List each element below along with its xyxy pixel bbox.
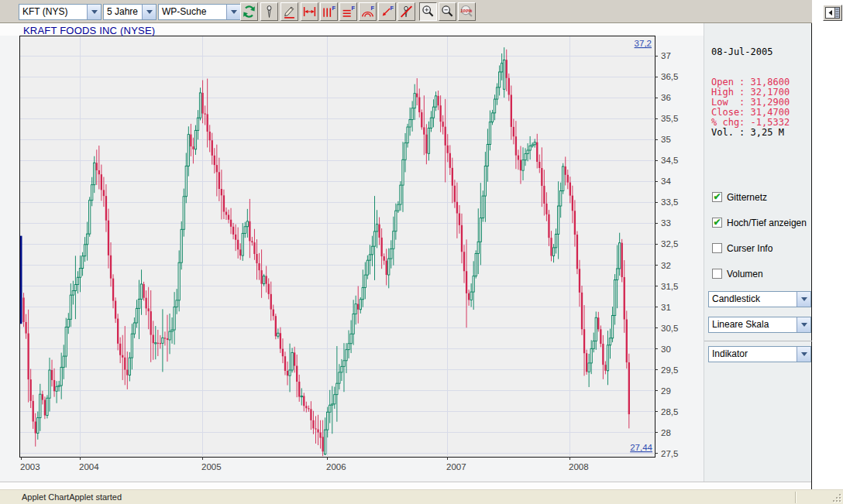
pin-marker-icon <box>261 3 277 20</box>
indicator-value: Indikator <box>709 347 797 362</box>
svg-text:29,5: 29,5 <box>661 365 678 375</box>
toolbar: KFT (NYS) 5 Jahre WP-Suche FFFF100% <box>0 0 812 23</box>
chevron-down-icon[interactable] <box>797 347 810 362</box>
svg-text:36,5: 36,5 <box>661 72 678 81</box>
fibonacci-fan-button[interactable]: F <box>378 2 396 21</box>
svg-text:2004: 2004 <box>79 462 99 471</box>
refresh-icon <box>241 3 257 20</box>
zoom-100-button[interactable]: 100% <box>458 2 476 21</box>
svg-text:100%: 100% <box>460 9 473 13</box>
pin-marker-button[interactable] <box>260 2 278 21</box>
quote-row: Vol. : 3,25 M <box>711 128 790 138</box>
chevron-down-icon[interactable] <box>142 5 156 19</box>
panel-divider <box>704 341 812 341</box>
checkbox-label-curser-info: Curser Info <box>727 243 772 254</box>
draw-pencil-button[interactable] <box>280 2 298 21</box>
fibonacci-time-zones-button[interactable]: F <box>320 2 338 21</box>
delete-drawings-icon <box>398 3 415 20</box>
svg-text:F: F <box>332 5 336 12</box>
scale-value: Lineare Skala <box>709 317 797 332</box>
zoom-out-button[interactable] <box>439 2 456 21</box>
svg-text:32: 32 <box>661 261 671 270</box>
svg-text:27,5: 27,5 <box>661 449 678 458</box>
measure-button[interactable] <box>301 2 318 21</box>
chevron-down-icon[interactable] <box>797 292 810 307</box>
svg-text:F: F <box>371 5 375 12</box>
svg-text:2008: 2008 <box>569 462 589 471</box>
zoom-out-icon <box>439 3 456 20</box>
fibonacci-time-zones-icon: F <box>321 3 337 20</box>
checkbox-volumen[interactable] <box>712 269 722 279</box>
svg-text:2003: 2003 <box>20 462 40 471</box>
applet-content: KRAFT FOODS INC (NYSE) 27,52828,52929,53… <box>0 23 812 489</box>
options-panel: 08-Jul-2005 Open : 31,8600High : 32,1700… <box>704 23 811 482</box>
indicator-select[interactable]: Indikator <box>708 346 811 362</box>
refresh-button[interactable] <box>240 2 258 21</box>
symbol-select-value: KFT (NYS) <box>19 5 87 19</box>
svg-text:34,5: 34,5 <box>661 156 678 165</box>
fibonacci-arcs-button[interactable]: F <box>359 2 377 21</box>
chart-region: KRAFT FOODS INC (NYSE) 27,52828,52929,53… <box>0 23 704 482</box>
svg-text:28,5: 28,5 <box>661 407 678 417</box>
checkbox-label-hoch-tief-anzeigen: Hoch/Tief anzeigen <box>727 218 807 228</box>
svg-text:31,5: 31,5 <box>661 282 678 291</box>
svg-text:32,5: 32,5 <box>661 239 678 249</box>
status-bar: Applet ChartApplet started <box>0 489 843 504</box>
checkbox-curser-info[interactable] <box>712 243 722 253</box>
svg-text:2006: 2006 <box>326 462 346 471</box>
svg-text:33,5: 33,5 <box>661 197 678 207</box>
svg-text:28: 28 <box>661 428 671 437</box>
svg-text:35: 35 <box>661 135 671 144</box>
fibonacci-retracement-button[interactable]: F <box>339 2 357 21</box>
svg-text:30: 30 <box>661 345 671 354</box>
svg-text:29: 29 <box>661 386 671 396</box>
quote-info: 08-Jul-2005 Open : 31,8600High : 32,1700… <box>711 27 790 158</box>
quote-date: 08-Jul-2005 <box>711 47 790 57</box>
zoom-in-icon <box>420 3 436 20</box>
svg-text:31: 31 <box>661 303 671 312</box>
zoom-100-icon: 100% <box>459 3 475 20</box>
fibonacci-arcs-icon: F <box>360 3 376 20</box>
chevron-down-icon[interactable] <box>797 317 810 332</box>
draw-pencil-icon <box>281 3 298 20</box>
high-marker-label: 37,2 <box>635 39 652 48</box>
svg-text:2007: 2007 <box>446 462 466 471</box>
security-search-select[interactable]: WP-Suche <box>158 4 241 20</box>
chart-applet-window: KFT (NYS) 5 Jahre WP-Suche FFFF100% KRAF… <box>0 0 843 504</box>
security-search-value: WP-Suche <box>159 5 226 19</box>
chart-title: KRAFT FOODS INC (NYSE) <box>23 25 155 36</box>
svg-text:37: 37 <box>661 51 671 60</box>
checkbox-label-gitternetz: Gitternetz <box>727 192 767 203</box>
collapse-panel-icon <box>824 6 841 19</box>
checkbox-hoch-tief-anzeigen[interactable]: ✔ <box>712 218 722 228</box>
chart-type-value: Candlestick <box>709 292 797 307</box>
svg-text:F: F <box>391 5 394 12</box>
svg-text:36: 36 <box>661 93 671 102</box>
svg-text:33: 33 <box>661 218 671 228</box>
range-select[interactable]: 5 Jahre <box>103 4 157 20</box>
symbol-select[interactable]: KFT (NYS) <box>19 4 102 20</box>
resize-grip-icon[interactable] <box>831 492 842 503</box>
svg-text:35,5: 35,5 <box>661 114 678 123</box>
fibonacci-retracement-icon: F <box>340 3 356 20</box>
chart-type-select[interactable]: Candlestick <box>708 291 811 307</box>
zoom-in-button[interactable] <box>419 2 437 21</box>
svg-text:30,5: 30,5 <box>661 324 678 333</box>
checkbox-label-volumen: Volumen <box>727 269 763 279</box>
candlestick-plot[interactable]: 27,52828,52929,53030,53131,53232,53333,5… <box>0 23 704 482</box>
chevron-down-icon[interactable] <box>87 5 101 19</box>
chevron-down-icon[interactable] <box>226 5 240 19</box>
fibonacci-fan-icon: F <box>379 3 395 20</box>
status-bar-separator <box>795 492 797 503</box>
checkbox-gitternetz[interactable]: ✔ <box>712 192 722 202</box>
range-select-value: 5 Jahre <box>104 5 142 19</box>
status-text: Applet ChartApplet started <box>22 492 122 502</box>
measure-icon <box>301 3 318 20</box>
scale-select[interactable]: Lineare Skala <box>708 317 811 333</box>
delete-drawings-button[interactable] <box>397 2 415 21</box>
collapse-panel-button[interactable] <box>823 5 842 21</box>
svg-text:34: 34 <box>661 177 671 186</box>
svg-text:F: F <box>352 5 356 12</box>
low-marker-label: 27,44 <box>630 443 652 452</box>
svg-text:2005: 2005 <box>201 462 222 471</box>
